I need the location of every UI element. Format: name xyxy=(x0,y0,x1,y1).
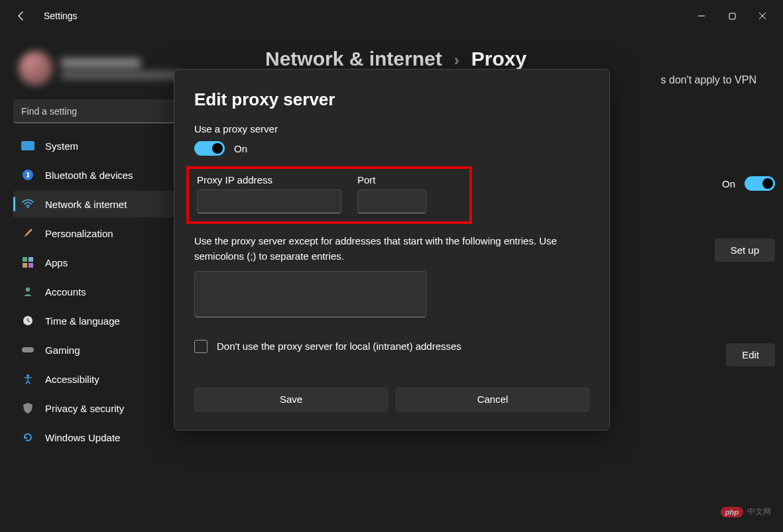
title-bar: Settings xyxy=(0,0,783,32)
highlight-annotation: Proxy IP address Port xyxy=(186,166,472,224)
close-button[interactable] xyxy=(747,5,778,27)
breadcrumb: Network & internet › Proxy xyxy=(265,48,756,70)
avatar xyxy=(19,51,53,85)
sidebar-item-accounts[interactable]: Accounts xyxy=(13,278,191,305)
sidebar-item-personalization[interactable]: Personalization xyxy=(13,220,191,246)
sidebar-item-label: Privacy & security xyxy=(45,403,124,414)
proxy-port-input[interactable] xyxy=(357,189,426,213)
minimize-icon xyxy=(697,12,705,20)
svg-rect-1 xyxy=(21,141,34,150)
sidebar-item-system[interactable]: System xyxy=(13,133,191,159)
edit-proxy-dialog: Edit proxy server Use a proxy server On … xyxy=(174,69,610,431)
svg-rect-6 xyxy=(23,263,27,268)
display-icon xyxy=(21,139,34,152)
cancel-button[interactable]: Cancel xyxy=(396,388,589,411)
search-input[interactable] xyxy=(13,99,187,123)
wifi-icon xyxy=(21,197,34,211)
sidebar-item-privacy[interactable]: Privacy & security xyxy=(13,395,191,421)
profile-email xyxy=(61,72,180,79)
watermark-pill: php xyxy=(721,507,743,517)
sidebar-item-label: Accounts xyxy=(45,286,86,297)
toggle-state-label: On xyxy=(234,143,247,154)
use-proxy-toggle[interactable] xyxy=(194,141,225,156)
background-auto-row: On xyxy=(722,176,775,191)
background-edit-row: Edit xyxy=(726,343,775,366)
sidebar-item-label: System xyxy=(45,140,78,152)
minimize-button[interactable] xyxy=(686,5,717,27)
accessibility-icon xyxy=(21,372,34,386)
sidebar-item-label: Network & internet xyxy=(45,199,127,210)
save-button[interactable]: Save xyxy=(194,388,388,411)
maximize-icon xyxy=(729,13,736,20)
breadcrumb-parent[interactable]: Network & internet xyxy=(265,48,442,70)
brush-icon xyxy=(21,227,34,240)
shield-icon xyxy=(21,401,34,415)
background-note: s don't apply to VPN xyxy=(661,74,756,86)
edit-button[interactable]: Edit xyxy=(726,343,775,366)
profile-name xyxy=(61,58,141,68)
back-button[interactable] xyxy=(11,5,32,27)
nav-list: System Bluetooth & devices Network & int… xyxy=(13,133,191,451)
use-proxy-label: Use a proxy server xyxy=(194,123,589,134)
gamepad-icon xyxy=(21,343,34,356)
sidebar-item-label: Accessibility xyxy=(45,374,99,385)
update-icon xyxy=(21,431,34,444)
apps-icon xyxy=(21,256,34,269)
sidebar-item-label: Gaming xyxy=(45,345,80,356)
sidebar-item-network[interactable]: Network & internet xyxy=(13,191,191,217)
maximize-button[interactable] xyxy=(717,5,747,27)
sidebar-item-label: Time & language xyxy=(45,315,120,327)
sidebar-item-update[interactable]: Windows Update xyxy=(13,424,191,451)
setup-button[interactable]: Set up xyxy=(715,239,775,262)
clock-icon xyxy=(21,314,34,327)
sidebar-item-label: Bluetooth & devices xyxy=(45,170,133,181)
sidebar: System Bluetooth & devices Network & int… xyxy=(0,32,199,532)
sidebar-item-label: Apps xyxy=(45,257,68,268)
auto-detect-toggle[interactable] xyxy=(745,176,775,191)
dont-use-local-label: Don't use the proxy server for local (in… xyxy=(217,341,461,352)
port-label: Port xyxy=(357,174,426,186)
dont-use-local-checkbox[interactable] xyxy=(194,340,208,353)
close-icon xyxy=(758,12,766,20)
exceptions-help-text: Use the proxy server except for addresse… xyxy=(194,233,589,264)
watermark-text: 中文网 xyxy=(747,506,771,517)
svg-rect-5 xyxy=(29,257,33,262)
sidebar-item-label: Personalization xyxy=(45,228,113,239)
ip-label: Proxy IP address xyxy=(197,174,341,186)
background-setup-row: Set up xyxy=(715,239,775,262)
sidebar-item-time[interactable]: Time & language xyxy=(13,307,191,334)
svg-rect-0 xyxy=(729,13,735,19)
sidebar-item-gaming[interactable]: Gaming xyxy=(13,337,191,363)
profile-block[interactable] xyxy=(13,45,199,91)
sidebar-item-accessibility[interactable]: Accessibility xyxy=(13,366,191,392)
svg-rect-7 xyxy=(29,263,33,268)
svg-rect-4 xyxy=(23,257,27,262)
sidebar-item-apps[interactable]: Apps xyxy=(13,249,191,276)
breadcrumb-current: Proxy xyxy=(471,48,526,70)
watermark: php 中文网 xyxy=(721,506,771,517)
proxy-ip-input[interactable] xyxy=(197,189,341,213)
svg-point-3 xyxy=(27,207,29,208)
app-title: Settings xyxy=(44,11,78,21)
sidebar-item-bluetooth[interactable]: Bluetooth & devices xyxy=(13,162,191,188)
person-icon xyxy=(21,285,34,298)
chevron-right-icon: › xyxy=(454,51,459,70)
svg-point-8 xyxy=(26,288,30,292)
exceptions-textarea[interactable] xyxy=(194,271,426,317)
sidebar-item-label: Windows Update xyxy=(45,432,120,443)
toggle-label: On xyxy=(722,178,735,189)
svg-rect-10 xyxy=(22,347,34,352)
svg-point-11 xyxy=(27,374,29,377)
dialog-title: Edit proxy server xyxy=(194,89,589,110)
bluetooth-icon xyxy=(21,168,34,182)
